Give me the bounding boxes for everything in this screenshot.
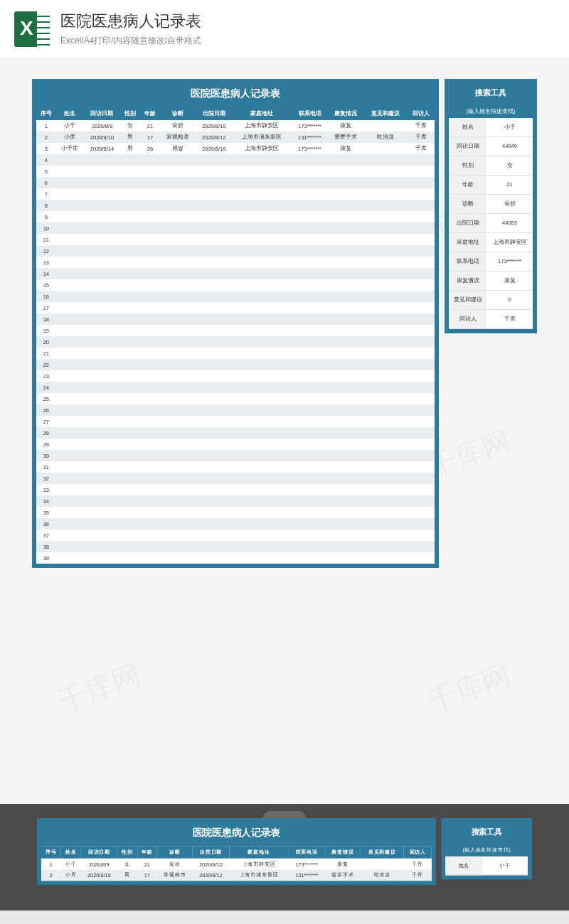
field-value: 女 (486, 156, 533, 176)
table-cell (140, 450, 160, 461)
table-cell: 33 (36, 484, 56, 495)
watermark: 千库网 (53, 655, 147, 721)
table-cell (407, 507, 435, 518)
table-cell: 21 (140, 120, 160, 131)
table-cell (328, 336, 363, 348)
table-cell (292, 382, 328, 393)
table-cell (56, 370, 84, 382)
table-cell (140, 234, 160, 245)
table-cell (233, 188, 292, 200)
column-header: 康复情况 (328, 107, 363, 120)
table-cell: 7 (36, 188, 56, 200)
field-label: 年龄 (449, 176, 486, 195)
column-header: 联系电话 (292, 107, 328, 120)
table-cell (120, 382, 140, 393)
table-cell (84, 154, 121, 166)
table-cell (160, 222, 196, 234)
table-cell (56, 245, 84, 257)
mini-side-title: 搜索工具 (445, 822, 528, 844)
table-cell (120, 450, 140, 461)
table-row: 24 (36, 382, 435, 393)
table-cell (84, 279, 121, 291)
table-cell (84, 404, 121, 416)
search-result-row: 姓名小千 (449, 118, 533, 137)
table-cell (196, 518, 233, 530)
mini-search-hint: (输入姓名快速查找) (445, 844, 528, 856)
table-cell: 8 (36, 200, 56, 211)
table-cell (328, 154, 363, 166)
table-cell: 2020/8/10 (84, 131, 121, 143)
table-cell (196, 382, 233, 393)
table-cell (407, 200, 435, 211)
table-cell (407, 359, 435, 370)
table-cell (84, 359, 121, 370)
table-row: 39 (36, 552, 435, 564)
table-cell: 30 (36, 450, 56, 461)
table-cell (140, 427, 160, 439)
table-cell (160, 302, 196, 313)
table-cell (160, 507, 196, 518)
field-value: 44049 (486, 137, 533, 156)
table-cell (56, 393, 84, 404)
table-cell (292, 291, 328, 302)
table-cell (196, 484, 233, 495)
table-cell (328, 552, 363, 564)
table-cell (160, 279, 196, 291)
table-cell (328, 530, 363, 541)
table-cell (363, 188, 407, 200)
table-cell: 17 (36, 302, 56, 313)
table-cell: 小千 (56, 120, 84, 131)
table-cell (120, 518, 140, 530)
table-row: 6 (36, 177, 435, 188)
column-header: 出院日期 (193, 846, 230, 859)
table-row: 2小库2020/8/10男17常规检查2020/8/12上海市浦东新区131**… (36, 131, 435, 143)
table-cell: 2020/8/10 (193, 859, 230, 870)
table-cell (120, 291, 140, 302)
table-cell (407, 302, 435, 313)
table-cell (407, 257, 435, 268)
table-cell (196, 188, 233, 200)
table-cell (328, 393, 363, 404)
table-cell: 2020/8/9 (80, 859, 117, 870)
table-cell (84, 257, 121, 268)
table-cell (233, 154, 292, 166)
table-cell: 康复 (328, 143, 363, 154)
table-cell (233, 222, 292, 234)
column-header: 年龄 (137, 846, 157, 859)
table-row: 13 (36, 257, 435, 268)
table-cell: 男 (117, 870, 137, 881)
table-cell: 千库 (407, 131, 435, 143)
table-cell (196, 507, 233, 518)
table-cell (120, 234, 140, 245)
table-cell (407, 154, 435, 166)
field-label: 性别 (449, 156, 486, 176)
table-cell (56, 541, 84, 552)
table-row: 26 (36, 404, 435, 416)
table-cell (120, 245, 140, 257)
table-cell (407, 234, 435, 245)
table-cell (363, 336, 407, 348)
table-cell (84, 473, 121, 484)
table-cell (292, 370, 328, 382)
table-cell (361, 859, 404, 870)
table-cell (233, 302, 292, 313)
table-cell (196, 211, 233, 222)
table-cell (363, 495, 407, 507)
table-cell (363, 257, 407, 268)
table-cell: 千库 (404, 870, 432, 881)
table-cell (120, 166, 140, 177)
table-cell: 2 (36, 131, 56, 143)
table-cell: 千库 (407, 143, 435, 154)
field-label: 联系电话 (449, 252, 486, 272)
table-cell (84, 382, 121, 393)
table-cell (56, 211, 84, 222)
table-cell (292, 177, 328, 188)
table-row: 34 (36, 495, 435, 507)
table-cell (328, 177, 363, 188)
search-result-row: 姓名小千 (445, 856, 528, 875)
table-cell (196, 336, 233, 348)
table-cell (56, 291, 84, 302)
table-cell (363, 359, 407, 370)
table-cell (120, 484, 140, 495)
table-cell (160, 313, 196, 325)
